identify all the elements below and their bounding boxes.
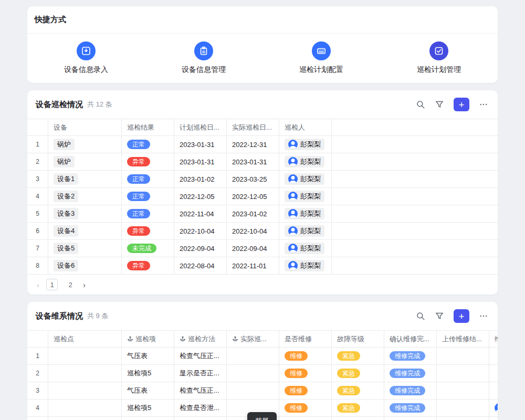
inspector-cell[interactable]: 彭梨梨: [279, 240, 332, 257]
level-cell[interactable]: 紧急: [332, 417, 384, 420]
confirm-cell[interactable]: 维修完成: [384, 382, 437, 399]
point-cell[interactable]: [48, 417, 122, 420]
confirm-badge[interactable]: 维修完成: [390, 403, 425, 413]
result-cell[interactable]: 正常: [122, 136, 174, 153]
repairer-cell[interactable]: [489, 382, 498, 399]
table-row[interactable]: 6 设备4 异常 2022-10-04 2022-10-04 彭梨梨: [27, 223, 498, 240]
inspector-chip[interactable]: 彭梨梨: [285, 173, 324, 185]
repair-cell[interactable]: 维修: [279, 348, 332, 364]
device-cell[interactable]: 设备1: [48, 171, 122, 187]
result-badge[interactable]: 正常: [127, 209, 150, 218]
device-chip[interactable]: 锅炉: [54, 139, 75, 150]
plan-date-cell[interactable]: 2022-10-04: [174, 223, 227, 239]
method-cell[interactable]: 检查气压正...: [174, 348, 227, 364]
item-cell[interactable]: 巡检项5: [122, 365, 174, 382]
table-row[interactable]: 2 锅炉 异常 2023-01-31 2023-01-31 彭梨梨: [27, 153, 498, 171]
inspector-cell[interactable]: 彭梨梨: [279, 205, 332, 222]
repair-cell[interactable]: 维修: [279, 400, 332, 416]
table-row[interactable]: 4 设备2 正常 2022-12-05 2022-12-05 彭梨梨: [27, 188, 498, 205]
actual-cell[interactable]: [227, 365, 279, 382]
device-chip[interactable]: 锅炉: [54, 156, 75, 167]
result-cell[interactable]: 正常: [122, 188, 174, 205]
column-header-repair[interactable]: 是否维修: [279, 331, 332, 347]
inspector-cell[interactable]: 彭梨梨: [279, 153, 332, 170]
actual-date-cell[interactable]: 2023-01-31: [227, 153, 279, 170]
device-chip[interactable]: 设备5: [54, 243, 78, 254]
confirm-badge[interactable]: 维修完成: [390, 369, 425, 378]
column-header-method[interactable]: 巡检方法: [174, 331, 227, 347]
shortcut-device-entry[interactable]: 设备信息录入: [64, 41, 108, 75]
column-header-device[interactable]: 设备: [48, 119, 122, 135]
inspector-cell[interactable]: 彭梨梨: [279, 188, 332, 205]
item-cell[interactable]: 巡检项5: [122, 400, 174, 416]
device-chip[interactable]: 设备3: [54, 208, 78, 219]
result-badge[interactable]: 正常: [127, 140, 150, 149]
repair-cell[interactable]: 维修: [279, 365, 332, 382]
column-header-repairer[interactable]: 维修人: [489, 331, 498, 347]
table-row[interactable]: 7 设备5 未完成 2022-09-04 2022-09-04 彭梨梨: [27, 240, 498, 257]
confirm-cell[interactable]: 维修完成: [384, 417, 437, 420]
result-badge[interactable]: 未完成: [127, 244, 156, 253]
device-cell[interactable]: 锅炉: [48, 153, 122, 170]
result-badge[interactable]: 正常: [127, 174, 150, 184]
column-header-inspector[interactable]: 巡检人: [279, 119, 332, 135]
device-cell[interactable]: 设备2: [48, 188, 122, 205]
result-badge[interactable]: 异常: [127, 261, 150, 270]
upload-cell[interactable]: [437, 365, 489, 382]
device-chip[interactable]: 设备4: [54, 225, 78, 237]
item-cell[interactable]: 气压表: [122, 382, 174, 399]
point-cell[interactable]: [48, 365, 122, 382]
item-cell[interactable]: 气压表: [122, 348, 174, 364]
level-badge[interactable]: 紧急: [337, 351, 360, 361]
pager-next-icon[interactable]: ›: [83, 280, 86, 289]
repair-badge[interactable]: 维修: [285, 386, 308, 395]
inspector-chip[interactable]: 彭梨梨: [285, 225, 324, 237]
level-badge[interactable]: 紧急: [337, 369, 360, 378]
plan-date-cell[interactable]: 2022-08-04: [174, 257, 227, 274]
shortcut-plan-config[interactable]: 巡检计划配置: [299, 41, 343, 75]
more-options-icon[interactable]: [479, 100, 489, 109]
plan-date-cell[interactable]: 2023-01-02: [174, 171, 227, 187]
inspector-chip[interactable]: 彭梨梨: [285, 243, 324, 254]
actual-date-cell[interactable]: 2022-10-04: [227, 223, 279, 239]
level-badge[interactable]: 紧急: [337, 403, 360, 413]
repair-badge[interactable]: 维修: [285, 351, 308, 361]
plan-date-cell[interactable]: 2022-09-04: [174, 240, 227, 257]
inspector-chip[interactable]: 彭梨梨: [285, 191, 324, 202]
filter-icon[interactable]: [435, 100, 444, 109]
repair-badge[interactable]: 维修: [285, 403, 308, 413]
repairer-cell[interactable]: [489, 348, 498, 364]
repair-cell[interactable]: 维修: [279, 382, 332, 399]
shortcut-device-manage[interactable]: 设备信息管理: [182, 41, 226, 75]
repair-cell[interactable]: 维修: [279, 417, 332, 420]
upload-cell[interactable]: [437, 348, 489, 364]
inspector-chip[interactable]: 彭梨梨: [285, 208, 324, 219]
level-cell[interactable]: 紧急: [332, 348, 384, 364]
column-header-item[interactable]: 巡检项: [122, 331, 174, 347]
more-options-icon[interactable]: [479, 311, 489, 321]
result-cell[interactable]: 异常: [122, 223, 174, 239]
column-header-actual-date[interactable]: 实际巡检日...: [227, 119, 279, 135]
actual-date-cell[interactable]: 2023-03-25: [227, 171, 279, 187]
inspector-cell[interactable]: 彭梨梨: [279, 223, 332, 239]
filter-icon[interactable]: [435, 311, 444, 321]
repairer-cell[interactable]: [489, 400, 498, 416]
table-row[interactable]: 3 气压表 检查气压正... 维修 紧急 维修完成: [27, 382, 498, 400]
table-row[interactable]: 2 巡检项5 显示是否正... 维修 紧急 维修完成: [27, 365, 498, 382]
confirm-badge[interactable]: 维修完成: [390, 386, 425, 395]
table-row[interactable]: 3 设备1 正常 2023-01-02 2023-03-25 彭梨梨: [27, 171, 498, 188]
inspector-cell[interactable]: 彭梨梨: [279, 136, 332, 153]
confirm-cell[interactable]: 维修完成: [384, 400, 437, 416]
actual-date-cell[interactable]: 2023-01-02: [227, 205, 279, 222]
plan-date-cell[interactable]: 2023-01-31: [174, 153, 227, 170]
point-cell[interactable]: [48, 348, 122, 364]
pager-prev-icon[interactable]: ‹: [37, 280, 39, 289]
pager-page-2[interactable]: 2: [65, 279, 76, 290]
inspector-chip[interactable]: 彭梨梨: [285, 260, 324, 271]
confirm-cell[interactable]: 维修完成: [384, 348, 437, 364]
upload-cell[interactable]: [437, 400, 489, 416]
actual-date-cell[interactable]: 2022-12-31: [227, 136, 279, 153]
level-badge[interactable]: 紧急: [337, 386, 360, 395]
actual-cell[interactable]: [227, 348, 279, 364]
result-cell[interactable]: 异常: [122, 257, 174, 274]
